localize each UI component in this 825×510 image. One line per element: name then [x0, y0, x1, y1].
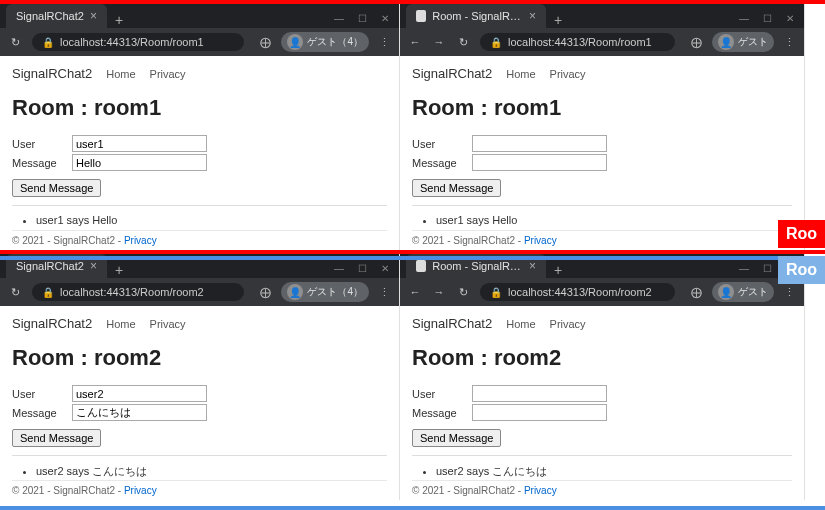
nav-home[interactable]: Home	[106, 318, 135, 330]
footer-privacy-link[interactable]: Privacy	[124, 485, 157, 496]
send-message-button[interactable]: Send Message	[12, 179, 101, 197]
nav-privacy[interactable]: Privacy	[550, 318, 586, 330]
url-box[interactable]: 🔒localhost:44313/Room/room2	[32, 283, 244, 301]
browser-tab[interactable]: Room - SignalRChat2×	[406, 4, 546, 28]
new-tab-button[interactable]: +	[107, 262, 131, 278]
guest-profile-button[interactable]: 👤ゲスト（4）	[281, 282, 369, 302]
close-icon[interactable]: ✕	[381, 263, 389, 274]
user-input[interactable]	[472, 135, 607, 152]
url-box[interactable]: 🔒localhost:44313/Room/room1	[32, 33, 244, 51]
nav-privacy[interactable]: Privacy	[150, 68, 186, 80]
send-message-button[interactable]: Send Message	[12, 429, 101, 447]
reload-button[interactable]	[8, 286, 22, 299]
nav-home[interactable]: Home	[506, 318, 535, 330]
footer: © 2021 - SignalRChat2 - Privacy	[412, 230, 792, 246]
forward-button[interactable]	[432, 36, 446, 48]
close-tab-icon[interactable]: ×	[90, 259, 97, 273]
close-icon[interactable]: ✕	[786, 13, 794, 24]
browser-pane: Room - SignalRChat2×+—☐✕🔒localhost:44313…	[400, 0, 805, 250]
maximize-icon[interactable]: ☐	[763, 13, 772, 24]
menu-button[interactable]: ⋮	[784, 286, 796, 299]
nav-privacy[interactable]: Privacy	[550, 68, 586, 80]
send-message-button[interactable]: Send Message	[412, 179, 501, 197]
user-input[interactable]	[72, 385, 207, 402]
minimize-icon[interactable]: —	[334, 13, 344, 24]
guest-label: ゲスト（4）	[307, 35, 363, 49]
footer: © 2021 - SignalRChat2 - Privacy	[12, 230, 387, 246]
user-input[interactable]	[72, 135, 207, 152]
footer-privacy-link[interactable]: Privacy	[124, 235, 157, 246]
message-item: user1 says Hello	[36, 214, 387, 226]
message-label: Message	[12, 157, 72, 169]
message-input[interactable]	[472, 154, 607, 171]
forward-button[interactable]	[432, 286, 446, 298]
maximize-icon[interactable]: ☐	[763, 263, 772, 274]
maximize-icon[interactable]: ☐	[358, 13, 367, 24]
url-text: localhost:44313/Room/room2	[60, 286, 204, 298]
tab-title: SignalRChat2	[16, 10, 84, 22]
guest-profile-button[interactable]: 👤ゲスト（4）	[281, 32, 369, 52]
reload-button[interactable]	[456, 286, 470, 299]
footer-text: © 2021 - SignalRChat2 -	[12, 485, 124, 496]
send-message-button[interactable]: Send Message	[412, 429, 501, 447]
translate-icon[interactable]: ⨁	[260, 286, 271, 299]
window-titlebar: Room - SignalRChat2×+—☐✕	[400, 0, 804, 28]
menu-button[interactable]: ⋮	[784, 36, 796, 49]
browser-pane: Room - SignalRChat2×+—☐✕🔒localhost:44313…	[400, 250, 805, 500]
brand[interactable]: SignalRChat2	[12, 66, 92, 81]
footer-text: © 2021 - SignalRChat2 -	[12, 235, 124, 246]
translate-icon[interactable]: ⨁	[691, 286, 702, 299]
browser-pane: SignalRChat2×+—☐✕🔒localhost:44313/Room/r…	[0, 0, 400, 250]
nav-home[interactable]: Home	[506, 68, 535, 80]
lock-icon: 🔒	[490, 287, 502, 298]
user-input[interactable]	[472, 385, 607, 402]
close-tab-icon[interactable]: ×	[529, 9, 536, 23]
minimize-icon[interactable]: —	[739, 263, 749, 274]
reload-button[interactable]	[456, 36, 470, 49]
message-input[interactable]	[72, 404, 207, 421]
window-controls: —☐✕	[334, 13, 399, 28]
message-input[interactable]	[472, 404, 607, 421]
guest-profile-button[interactable]: 👤ゲスト	[712, 32, 774, 52]
close-icon[interactable]: ✕	[381, 13, 389, 24]
brand[interactable]: SignalRChat2	[12, 316, 92, 331]
lock-icon: 🔒	[490, 37, 502, 48]
divider	[412, 205, 792, 206]
translate-icon[interactable]: ⨁	[260, 36, 271, 49]
reload-button[interactable]	[8, 36, 22, 49]
footer-privacy-link[interactable]: Privacy	[524, 235, 557, 246]
back-button[interactable]	[408, 36, 422, 48]
divider	[12, 455, 387, 456]
navbar: SignalRChat2HomePrivacy	[12, 62, 387, 91]
brand[interactable]: SignalRChat2	[412, 316, 492, 331]
close-tab-icon[interactable]: ×	[529, 259, 536, 273]
room-heading: Room : room2	[12, 345, 387, 371]
window-titlebar: SignalRChat2×+—☐✕	[0, 0, 399, 28]
window-titlebar: Room - SignalRChat2×+—☐✕	[400, 250, 804, 278]
back-button[interactable]	[408, 286, 422, 298]
nav-privacy[interactable]: Privacy	[150, 318, 186, 330]
minimize-icon[interactable]: —	[739, 13, 749, 24]
footer-privacy-link[interactable]: Privacy	[524, 485, 557, 496]
favicon-icon	[416, 260, 426, 272]
maximize-icon[interactable]: ☐	[358, 263, 367, 274]
address-bar: 🔒localhost:44313/Room/room2⨁👤ゲスト（4）⋮	[0, 278, 399, 306]
new-tab-button[interactable]: +	[546, 12, 570, 28]
menu-button[interactable]: ⋮	[379, 36, 391, 49]
nav-home[interactable]: Home	[106, 68, 135, 80]
new-tab-button[interactable]: +	[546, 262, 570, 278]
message-input[interactable]	[72, 154, 207, 171]
guest-profile-button[interactable]: 👤ゲスト	[712, 282, 774, 302]
browser-tab[interactable]: SignalRChat2×	[6, 4, 107, 28]
minimize-icon[interactable]: —	[334, 263, 344, 274]
message-item: user1 says Hello	[436, 214, 792, 226]
new-tab-button[interactable]: +	[107, 12, 131, 28]
footer: © 2021 - SignalRChat2 - Privacy	[12, 480, 387, 496]
brand[interactable]: SignalRChat2	[412, 66, 492, 81]
url-box[interactable]: 🔒localhost:44313/Room/room1	[480, 33, 675, 51]
close-tab-icon[interactable]: ×	[90, 9, 97, 23]
translate-icon[interactable]: ⨁	[691, 36, 702, 49]
url-box[interactable]: 🔒localhost:44313/Room/room2	[480, 283, 675, 301]
menu-button[interactable]: ⋮	[379, 286, 391, 299]
footer-text: © 2021 - SignalRChat2 -	[412, 485, 524, 496]
